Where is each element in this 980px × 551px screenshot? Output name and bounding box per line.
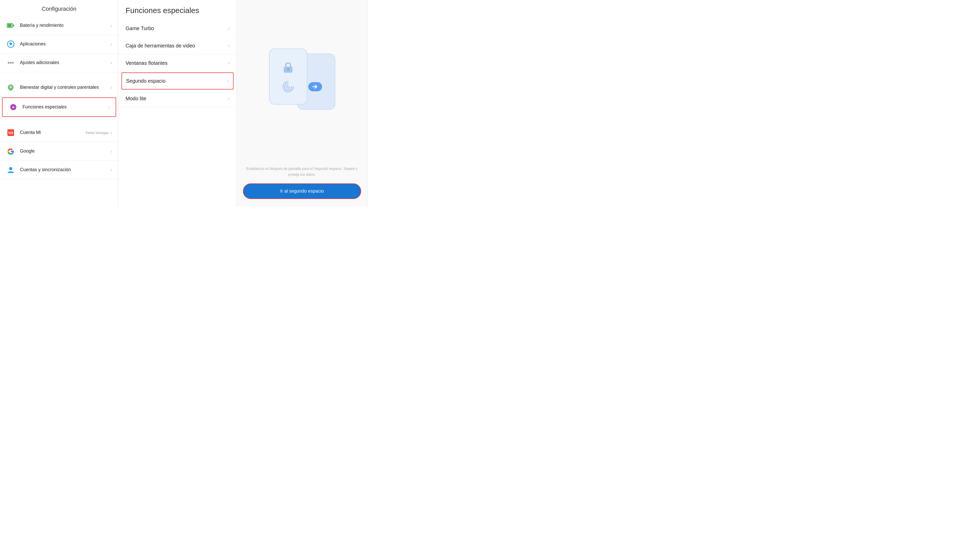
mid-item-video[interactable]: Caja de herramientas de video › <box>118 37 237 55</box>
menu-item-mi[interactable]: MI Cuenta Mi Pedro Venegas › <box>0 124 118 142</box>
lite-chevron: › <box>228 96 229 101</box>
phone-illustration-container <box>269 8 335 166</box>
battery-chevron: › <box>110 23 112 28</box>
svg-point-14 <box>287 68 289 70</box>
phone-illustration <box>269 48 335 125</box>
apps-icon <box>6 40 15 49</box>
mid-item-second[interactable]: Segundo espacio › <box>121 73 234 89</box>
left-panel-title: Configuración <box>0 0 118 16</box>
digital-icon <box>6 83 15 92</box>
google-label: Google <box>20 148 110 154</box>
special-chevron: › <box>108 105 110 110</box>
fingerprint-icon <box>282 80 294 93</box>
menu-item-accounts[interactable]: Cuentas y sincronización › <box>0 161 118 179</box>
mid-item-game[interactable]: Game Turbo › <box>118 20 237 37</box>
svg-point-4 <box>8 62 10 64</box>
battery-icon <box>6 21 15 30</box>
mi-sub: Pedro Venegas <box>86 131 108 135</box>
mid-panel: Funciones especiales Game Turbo › Caja d… <box>118 0 237 206</box>
mid-item-lite[interactable]: Modo lite › <box>118 90 237 107</box>
phone-front <box>269 48 307 105</box>
game-chevron: › <box>228 26 229 31</box>
menu-item-special[interactable]: ★ Funciones especiales › <box>2 97 116 117</box>
floating-chevron: › <box>228 60 229 66</box>
video-label: Caja de herramientas de video <box>126 43 228 49</box>
floating-label: Ventanas flotantes <box>126 60 228 66</box>
digital-chevron: › <box>110 85 112 90</box>
mi-label: Cuenta Mi <box>20 130 86 135</box>
svg-rect-1 <box>13 24 14 27</box>
menu-item-google[interactable]: Google › <box>0 142 118 161</box>
accounts-label: Cuentas y sincronización <box>20 167 110 173</box>
special-icon: ★ <box>9 103 18 112</box>
svg-point-6 <box>12 62 14 64</box>
go-second-space-button[interactable]: Ir al segundo espacio <box>243 183 361 199</box>
mi-chevron: › <box>110 130 112 135</box>
game-label: Game Turbo <box>126 25 228 32</box>
additional-label: Ajustes adicionales <box>20 60 110 65</box>
svg-point-5 <box>10 62 12 64</box>
accounts-chevron: › <box>110 167 112 173</box>
svg-rect-2 <box>8 24 12 27</box>
svg-text:MI: MI <box>8 131 13 135</box>
svg-point-7 <box>10 86 12 88</box>
lite-label: Modo lite <box>126 96 228 102</box>
apps-label: Aplicaciones <box>20 41 110 47</box>
mid-panel-title: Funciones especiales <box>118 0 237 20</box>
svg-point-15 <box>288 86 289 87</box>
menu-item-apps[interactable]: Aplicaciones › <box>0 35 118 54</box>
menu-item-digital[interactable]: Bienestar digital y controles parentales… <box>0 78 118 97</box>
menu-item-battery[interactable]: Batería y rendimiento › <box>0 16 118 35</box>
google-chevron: › <box>110 149 112 154</box>
svg-text:★: ★ <box>12 105 15 109</box>
additional-icon <box>6 58 15 67</box>
digital-label: Bienestar digital y controles parentales <box>20 84 110 90</box>
google-icon <box>6 147 15 156</box>
apps-chevron: › <box>110 41 112 47</box>
mi-icon: MI <box>6 128 15 137</box>
left-panel: Configuración Batería y rendimiento › Ap… <box>0 0 118 206</box>
additional-chevron: › <box>110 60 112 65</box>
lock-icon <box>281 60 295 74</box>
svg-point-12 <box>9 167 12 170</box>
accounts-icon <box>6 165 15 175</box>
battery-label: Batería y rendimiento <box>20 22 110 28</box>
second-chevron: › <box>228 78 229 84</box>
right-panel: Establezca un bloqueo de pantalla para e… <box>237 0 368 206</box>
special-label: Funciones especiales <box>22 104 108 110</box>
mid-item-floating[interactable]: Ventanas flotantes › <box>118 55 237 72</box>
right-desc: Establezca un bloqueo de pantalla para e… <box>243 166 361 177</box>
arrow-icon <box>308 82 322 91</box>
video-chevron: › <box>228 43 229 48</box>
second-label: Segundo espacio <box>126 78 228 84</box>
menu-item-additional[interactable]: Ajustes adicionales › <box>0 54 118 72</box>
